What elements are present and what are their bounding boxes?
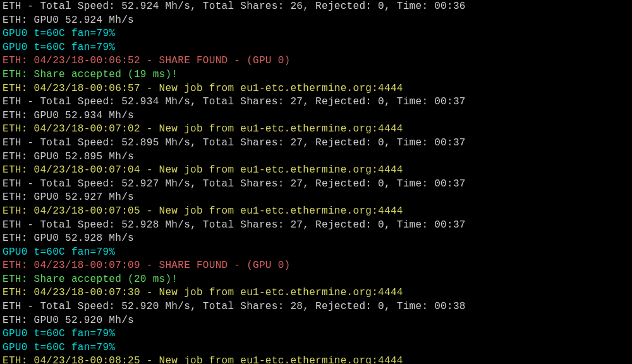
log-line: GPU0 t=60C fan=79% (3, 327, 629, 341)
log-line: ETH: Share accepted (20 ms)! (3, 273, 629, 287)
log-line: GPU0 t=60C fan=79% (3, 246, 629, 260)
log-line: ETH - Total Speed: 52.934 Mh/s, Total Sh… (3, 95, 629, 109)
log-line: ETH: 04/23/18-00:07:02 - New job from eu… (3, 123, 629, 136)
log-line: ETH - Total Speed: 52.895 Mh/s, Total Sh… (3, 136, 629, 150)
log-line: ETH: 04/23/18-00:06:57 - New job from eu… (3, 82, 629, 96)
log-line: ETH: 04/23/18-00:06:52 - SHARE FOUND - (… (3, 54, 629, 68)
log-line: ETH: 04/23/18-00:07:30 - New job from eu… (3, 286, 629, 300)
log-line: GPU0 t=60C fan=79% (3, 41, 629, 55)
log-line: ETH: 04/23/18-00:07:04 - New job from eu… (3, 164, 629, 178)
log-line: ETH: 04/23/18-00:07:05 - New job from eu… (3, 205, 629, 219)
terminal-output: ETH - Total Speed: 52.924 Mh/s, Total Sh… (3, 0, 629, 364)
log-line: ETH - Total Speed: 52.920 Mh/s, Total Sh… (3, 300, 629, 314)
log-line: ETH: 04/23/18-00:07:09 - SHARE FOUND - (… (3, 259, 629, 273)
log-line: ETH - Total Speed: 52.928 Mh/s, Total Sh… (3, 219, 629, 233)
log-line: GPU0 t=60C fan=79% (3, 341, 629, 355)
log-line: ETH: GPU0 52.927 Mh/s (3, 191, 629, 205)
log-line: ETH: GPU0 52.920 Mh/s (3, 314, 629, 328)
log-line: ETH: GPU0 52.924 Mh/s (3, 14, 629, 28)
log-line: ETH: 04/23/18-00:08:25 - New job from eu… (3, 355, 629, 364)
log-line: ETH: GPU0 52.928 Mh/s (3, 232, 629, 246)
log-line: ETH - Total Speed: 52.927 Mh/s, Total Sh… (3, 178, 629, 191)
log-line: ETH: Share accepted (19 ms)! (3, 68, 629, 82)
log-line: ETH: GPU0 52.895 Mh/s (3, 150, 629, 164)
log-line: GPU0 t=60C fan=79% (3, 27, 629, 41)
log-line: ETH - Total Speed: 52.924 Mh/s, Total Sh… (3, 0, 629, 14)
log-line: ETH: GPU0 52.934 Mh/s (3, 109, 629, 123)
